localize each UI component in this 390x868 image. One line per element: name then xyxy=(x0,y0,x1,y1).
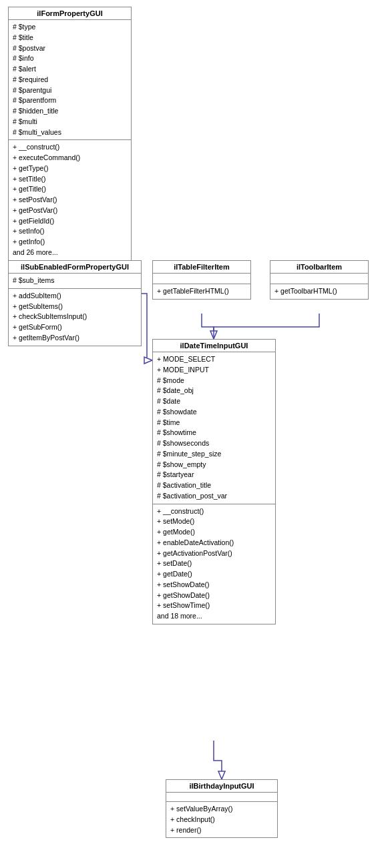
attributes-ilDateTimeInputGUI: + MODE_SELECT + MODE_INPUT # $mode # $da… xyxy=(153,352,275,504)
class-header-ilBirthdayInputGUI: ilBirthdayInputGUI xyxy=(166,780,277,793)
class-ilTableFilterItem: ilTableFilterItem + getTableFilterHTML() xyxy=(152,260,251,300)
svg-marker-3 xyxy=(218,771,225,779)
class-ilBirthdayInputGUI: ilBirthdayInputGUI + setValueByArray() +… xyxy=(166,779,278,838)
methods-ilBirthdayInputGUI: + setValueByArray() + checkInput() + ren… xyxy=(166,802,277,837)
attributes-ilBirthdayInputGUI xyxy=(166,793,277,802)
attributes-ilToolbarItem xyxy=(270,274,368,284)
svg-marker-1 xyxy=(144,357,152,364)
attributes-ilSubEnabledFormPropertyGUI: # $sub_items xyxy=(9,274,141,289)
diagram-container: ilFormPropertyGUI # $type # $title # $po… xyxy=(0,0,390,868)
class-header-ilTableFilterItem: ilTableFilterItem xyxy=(153,261,250,274)
class-header-ilSubEnabledFormPropertyGUI: ilSubEnabledFormPropertyGUI xyxy=(9,261,141,274)
class-header-ilFormPropertyGUI: ilFormPropertyGUI xyxy=(9,7,131,20)
methods-ilDateTimeInputGUI: + __construct() + setMode() + getMode() … xyxy=(153,504,275,624)
attributes-ilFormPropertyGUI: # $type # $title # $postvar # $info # $a… xyxy=(9,20,131,140)
class-ilFormPropertyGUI: ilFormPropertyGUI # $type # $title # $po… xyxy=(8,7,132,282)
class-ilToolbarItem: ilToolbarItem + getToolbarHTML() xyxy=(270,260,369,300)
attributes-ilTableFilterItem xyxy=(153,274,250,284)
svg-marker-2 xyxy=(210,331,217,339)
methods-ilToolbarItem: + getToolbarHTML() xyxy=(270,284,368,299)
methods-ilSubEnabledFormPropertyGUI: + addSubItem() + getSubItems() + checkSu… xyxy=(9,289,141,346)
class-header-ilDateTimeInputGUI: ilDateTimeInputGUI xyxy=(153,340,275,352)
class-ilSubEnabledFormPropertyGUI: ilSubEnabledFormPropertyGUI # $sub_items… xyxy=(8,260,142,346)
methods-ilTableFilterItem: + getTableFilterHTML() xyxy=(153,284,250,299)
class-ilDateTimeInputGUI: ilDateTimeInputGUI + MODE_SELECT + MODE_… xyxy=(152,339,276,624)
class-header-ilToolbarItem: ilToolbarItem xyxy=(270,261,368,274)
